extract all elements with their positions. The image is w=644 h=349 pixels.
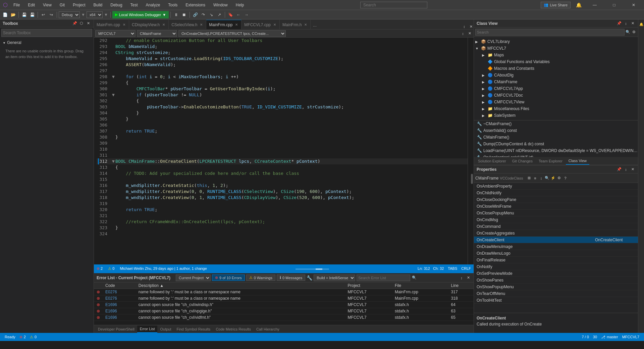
tab-team-explorer[interactable]: Team Explorer bbox=[536, 157, 565, 165]
col-code[interactable]: Code bbox=[103, 283, 136, 289]
error-filter-btn[interactable]: ⊗ 9 of 10 Errors bbox=[212, 275, 245, 281]
tab-code-metrics[interactable]: Code Metrics Results bbox=[213, 326, 254, 333]
member-assertvalid[interactable]: 🔧 AssertValid() const bbox=[474, 127, 638, 134]
tab-close-3[interactable]: ✕ bbox=[234, 22, 238, 27]
props-pin-btn[interactable]: 📌 bbox=[616, 167, 622, 172]
prop-btn-events[interactable]: ⚡ bbox=[550, 176, 556, 181]
row-code-3[interactable]: E1696 bbox=[103, 308, 136, 314]
title-search-input[interactable] bbox=[360, 2, 427, 8]
toolbox-section-header[interactable]: General bbox=[3, 40, 91, 46]
attach-btn[interactable]: 🔗 bbox=[192, 11, 199, 18]
tab-more-btn[interactable]: ⋯ bbox=[312, 24, 317, 29]
prop-OnAmbientProperty[interactable]: OnAmbientProperty bbox=[474, 183, 638, 190]
class-settings-btn[interactable]: ⚙ bbox=[631, 30, 637, 35]
error-row-3[interactable]: ⊗ E1696 cannot open source file "ch_cvl/… bbox=[94, 308, 474, 314]
fold-btn[interactable]: ▼ bbox=[111, 92, 115, 98]
fold-btn[interactable]: ▼ bbox=[111, 74, 115, 80]
redo-btn[interactable]: ↪ bbox=[48, 11, 55, 18]
prop-btn-help[interactable]: ? bbox=[562, 176, 568, 181]
scrollbar-thumb[interactable] bbox=[471, 174, 473, 184]
member-dump[interactable]: 🔧 Dump(CDumpContext & dc) const bbox=[474, 141, 638, 147]
menu-tools[interactable]: Tools bbox=[165, 1, 180, 9]
close-button[interactable]: ✕ bbox=[626, 0, 641, 10]
git-author-item[interactable]: Michael-Weilin Zhu, 29 days ago | 1 auth… bbox=[120, 266, 207, 270]
nav-expand-btn[interactable]: ↕ bbox=[460, 31, 466, 36]
row-code-4[interactable]: E1696 bbox=[103, 314, 136, 321]
tree-cvl7library[interactable]: ▶ 📦 CVL7Library bbox=[474, 38, 638, 45]
menu-git[interactable]: Git bbox=[57, 1, 67, 9]
prop-btn-list[interactable]: ≡ bbox=[532, 176, 538, 181]
menu-file[interactable]: File bbox=[11, 1, 22, 9]
status-ln-ch[interactable]: 7 / 0 bbox=[580, 335, 591, 339]
status-spaces[interactable]: 30 bbox=[591, 335, 599, 339]
error-count-item[interactable]: ⊗ 2 bbox=[97, 266, 103, 271]
notif-icon[interactable]: 🔔 bbox=[576, 2, 582, 8]
toolbox-pin-btn[interactable]: 📌 bbox=[72, 21, 77, 26]
ln-ch-item[interactable]: Ln: 312 Ch: 32 bbox=[418, 266, 444, 270]
error-panel-close-btn[interactable]: ✕ bbox=[466, 275, 471, 281]
undo-btn[interactable]: ↩ bbox=[40, 11, 47, 18]
tab-item[interactable]: TABS bbox=[448, 266, 457, 270]
tree-maps[interactable]: ▶ 📁 Maps bbox=[474, 52, 638, 58]
prop-OnDrawMenuImage[interactable]: OnDrawMenuImage bbox=[474, 243, 638, 250]
nav-file-dropdown[interactable]: MFCCVL7 bbox=[95, 30, 136, 37]
prop-btn-grid[interactable]: ⊞ bbox=[526, 176, 532, 181]
error-table[interactable]: Code Description ▲ Project File Line ⊗ E… bbox=[94, 283, 474, 325]
toolbox-close-btn[interactable]: ✕ bbox=[86, 21, 91, 26]
nav-class-dropdown[interactable]: CMainFrame bbox=[137, 30, 177, 37]
nav-method-dropdown[interactable]: OnCreateClient(LPCREATESTRUCT lpcs, CCre… bbox=[178, 30, 286, 37]
class-search-input[interactable] bbox=[475, 29, 625, 36]
tab-solution-explorer[interactable]: Solution Explorer bbox=[475, 157, 509, 165]
status-errors[interactable]: ⊗ 2 bbox=[17, 335, 28, 339]
tree-global[interactable]: 🔷 Global Functions and Variables bbox=[474, 58, 638, 65]
menu-build[interactable]: Build bbox=[91, 1, 105, 9]
error-row-1[interactable]: ⊗ E0276 name followed by ':' must be a c… bbox=[94, 295, 474, 302]
save-btn[interactable]: 💾 bbox=[20, 11, 28, 18]
error-code-link-2[interactable]: E1696 bbox=[105, 302, 117, 307]
menu-help[interactable]: Help bbox=[233, 1, 247, 9]
tree-macros[interactable]: 🔶 Macros and Constants bbox=[474, 65, 638, 72]
status-warnings[interactable]: ⚠ 0 bbox=[28, 335, 39, 339]
row-code-0[interactable]: E0276 bbox=[103, 289, 136, 295]
scope-dropdown[interactable]: Current Project bbox=[176, 275, 211, 281]
error-row-4[interactable]: ⊗ E1696 cannot open source file "ch_cvl/… bbox=[94, 314, 474, 321]
col-icon[interactable] bbox=[94, 283, 103, 289]
tree-cmfccvl7doc[interactable]: ▶ 🔵 CMFCCVL7Doc bbox=[474, 92, 638, 99]
pause-btn[interactable]: ⏸ bbox=[172, 11, 180, 18]
step-out-btn[interactable]: ↗ bbox=[216, 11, 223, 18]
prop-OnCmdMsg[interactable]: OnCmdMsg bbox=[474, 216, 638, 223]
tab-error-list[interactable]: Error List bbox=[137, 326, 158, 333]
prop-OnChildNotify[interactable]: OnChildNotify bbox=[474, 190, 638, 196]
props-expand-btn[interactable]: ↕ bbox=[623, 167, 629, 172]
prop-OnShowPanes[interactable]: OnShowPanes bbox=[474, 277, 638, 284]
prop-OnClosePopupMenu[interactable]: OnClosePopupMenu bbox=[474, 210, 638, 216]
class-search-btn[interactable]: 🔍 bbox=[625, 30, 631, 35]
tab-close-2[interactable]: ✕ bbox=[199, 22, 203, 27]
member-constructor[interactable]: 🔧 CMainFrame() bbox=[474, 134, 638, 141]
prop-btn-filter[interactable]: 🔍 bbox=[544, 176, 550, 181]
maximize-button[interactable]: □ bbox=[606, 0, 622, 10]
open-btn[interactable]: 📂 bbox=[9, 11, 17, 18]
class-view-pin-btn[interactable]: 📌 bbox=[616, 21, 622, 26]
error-search-input[interactable] bbox=[357, 275, 410, 281]
tab-output[interactable]: Output bbox=[157, 326, 174, 333]
step-into-btn[interactable]: ↘ bbox=[208, 11, 215, 18]
tree-salesystem[interactable]: ▶ 📁 SaleSystem bbox=[474, 112, 638, 119]
tab-dev-powershell[interactable]: Developer PowerShell bbox=[95, 326, 137, 333]
member-loadframe[interactable]: 🔧 LoadFrame(UINT nIDResource, DWORD dwDe… bbox=[474, 147, 638, 154]
live-share-button[interactable]: 👥 Live Share bbox=[541, 2, 571, 8]
prop-OnNotify[interactable]: OnNotify bbox=[474, 263, 638, 270]
prop-OnShowPopupMenu[interactable]: OnShowPopupMenu bbox=[474, 284, 638, 290]
save-all-btn[interactable]: 💾 bbox=[29, 11, 36, 18]
col-description[interactable]: Description ▲ bbox=[136, 283, 345, 289]
prop-OnDrawMenuLogo[interactable]: OnDrawMenuLogo bbox=[474, 250, 638, 257]
message-filter-btn[interactable]: ℹ 0 Messages bbox=[277, 275, 305, 281]
menu-edit[interactable]: Edit bbox=[25, 1, 38, 9]
prop-btn-sort[interactable]: ↕ bbox=[538, 176, 544, 181]
error-row-2[interactable]: ⊗ E1696 cannot open source file "ch_cvl/… bbox=[94, 302, 474, 308]
panel-expand-btn[interactable]: ↕ bbox=[462, 24, 467, 29]
tab-3[interactable]: MainFrm.cpp ✕ bbox=[206, 20, 241, 29]
tab-close-4[interactable]: ✕ bbox=[273, 22, 277, 27]
menu-project[interactable]: Project bbox=[70, 1, 88, 9]
tree-caboutdlg[interactable]: ▶ 🔵 CAboutDlg bbox=[474, 72, 638, 79]
